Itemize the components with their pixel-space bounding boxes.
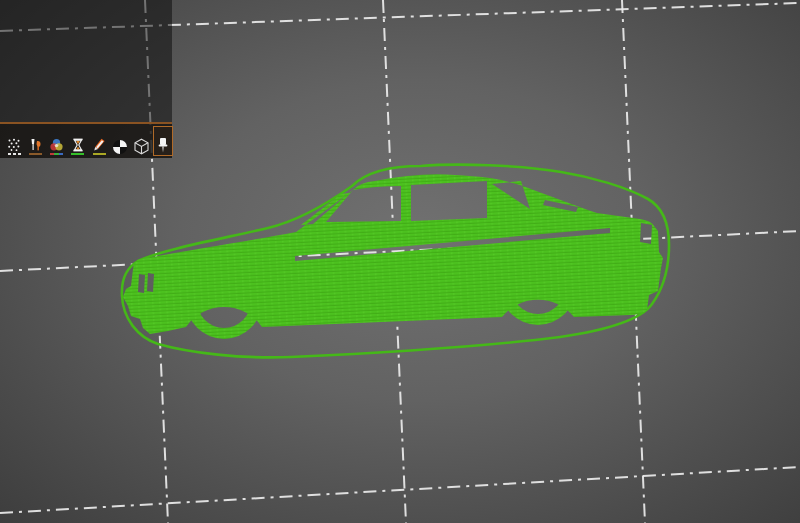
tool-underline <box>50 153 63 155</box>
seam-pencil-tool[interactable] <box>90 127 108 155</box>
hourglass-icon <box>71 138 85 152</box>
seam-pencil-icon <box>92 138 107 152</box>
center-of-mass-icon <box>112 139 128 155</box>
tool-underline <box>93 153 106 155</box>
fuzzy-dots-tool[interactable] <box>5 127 23 155</box>
pin-tool-icon <box>156 137 170 155</box>
tool-underline <box>8 153 21 155</box>
color-circles-icon <box>49 138 64 152</box>
fuzzy-dots-icon <box>7 138 21 152</box>
center-of-mass-tool[interactable] <box>111 127 129 155</box>
hourglass-tool[interactable] <box>69 127 87 155</box>
car-model[interactable] <box>123 174 663 339</box>
tool-underline <box>29 153 42 155</box>
grid-horizontal-line <box>0 467 800 513</box>
viewport[interactable] <box>0 0 800 523</box>
pin-tool[interactable] <box>154 127 172 155</box>
car-body[interactable] <box>123 174 663 334</box>
wireframe-cube-tool[interactable] <box>133 127 151 155</box>
tool-underline <box>71 153 84 155</box>
wireframe-cube-icon <box>133 138 150 155</box>
color-circles-tool[interactable] <box>48 127 66 155</box>
corner-overlay-panel <box>0 0 172 122</box>
spray-nozzle-icon <box>28 138 43 152</box>
gizmo-toolbar <box>0 122 172 158</box>
spray-nozzle-tool[interactable] <box>26 127 44 155</box>
